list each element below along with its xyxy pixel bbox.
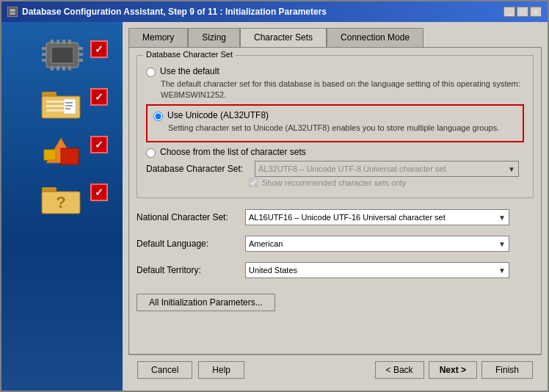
all-params-button[interactable]: All Initialization Parameters... <box>137 294 275 311</box>
shapes-icon <box>40 132 84 169</box>
svg-rect-6 <box>62 40 65 44</box>
use-default-radio[interactable] <box>146 68 156 77</box>
db-char-set-arrow: ▼ <box>508 165 515 173</box>
svg-rect-4 <box>51 40 54 44</box>
sidebar-item-1: ✓ <box>9 37 115 73</box>
svg-rect-25 <box>65 102 73 104</box>
svg-rect-3 <box>51 47 73 63</box>
svg-rect-27 <box>65 108 70 109</box>
default-language-select[interactable]: American ▼ <box>245 236 509 252</box>
use-unicode-label[interactable]: Use Unicode (AL32UTF8) <box>167 110 269 120</box>
use-default-label[interactable]: Use the default <box>160 66 219 76</box>
use-unicode-row: Use Unicode (AL32UTF8) <box>153 110 517 121</box>
svg-rect-12 <box>42 47 46 50</box>
bottom-left-buttons: Cancel Help <box>137 361 244 379</box>
tab-character-sets[interactable]: Character Sets <box>240 28 327 47</box>
question-folder-icon: ? <box>40 180 84 217</box>
svg-rect-7 <box>68 40 71 44</box>
content-box: Database Character Set Use the default T… <box>128 47 542 355</box>
unicode-description: Setting character set to Unicode (AL32UT… <box>168 123 517 134</box>
all-params-container: All Initialization Parameters... <box>137 291 534 311</box>
default-territory-select[interactable]: United States ▼ <box>245 262 509 278</box>
use-unicode-box: Use Unicode (AL32UTF8) Setting character… <box>146 104 524 142</box>
db-char-set-field-label: Database Character Set: <box>146 164 249 174</box>
cancel-button[interactable]: Cancel <box>137 361 192 379</box>
tab-connection-mode[interactable]: Connection Mode <box>327 28 423 47</box>
check-badge-3: ✓ <box>90 136 108 153</box>
svg-rect-14 <box>42 59 46 62</box>
national-char-set-arrow: ▼ <box>498 214 506 222</box>
svg-rect-0 <box>10 9 15 12</box>
db-icon <box>9 8 16 15</box>
national-char-set-label: National Character Set: <box>137 212 239 222</box>
sidebar-item-4: ? ✓ <box>9 180 115 217</box>
chip-icon <box>40 37 84 73</box>
svg-rect-17 <box>79 59 83 62</box>
choose-from-list-label[interactable]: Choose from the list of character sets <box>160 147 306 157</box>
svg-text:?: ? <box>56 193 65 211</box>
tab-bar: Memory Sizing Character Sets Connection … <box>128 28 542 47</box>
db-char-set-select[interactable]: AL32UTF8 – Unicode UTF-8 Universal chara… <box>255 161 519 177</box>
db-char-set-section: Database Character Set Use the default T… <box>137 55 534 198</box>
use-default-row: Use the default <box>146 66 524 77</box>
bottom-bar: Cancel Help < Back Next > Finish <box>128 355 542 385</box>
show-recommended-label: Show recommended character sets only <box>262 178 406 187</box>
choose-from-list-row: Choose from the list of character sets <box>146 147 524 158</box>
default-territory-row: Default Territory: United States ▼ <box>137 262 534 278</box>
tab-sizing[interactable]: Sizing <box>188 28 240 47</box>
check-badge-1: ✓ <box>90 40 108 58</box>
svg-rect-13 <box>42 53 46 56</box>
svg-rect-9 <box>57 66 59 70</box>
maximize-button[interactable]: □ <box>517 7 528 17</box>
default-language-arrow: ▼ <box>498 240 506 248</box>
default-territory-label: Default Territory: <box>137 265 239 275</box>
close-button[interactable]: × <box>530 7 542 17</box>
window-title: Database Configuration Assistant, Step 9… <box>22 7 327 17</box>
help-button[interactable]: Help <box>198 361 244 379</box>
back-button[interactable]: < Back <box>375 361 424 379</box>
default-language-row: Default Language: American ▼ <box>137 236 534 252</box>
svg-rect-1 <box>10 12 15 15</box>
app-icon <box>7 7 18 17</box>
svg-rect-30 <box>44 150 56 160</box>
db-char-set-row: Database Character Set: AL32UTF8 – Unico… <box>146 161 524 177</box>
check-badge-2: ✓ <box>90 88 108 106</box>
tab-memory[interactable]: Memory <box>128 28 188 47</box>
bottom-right-buttons: < Back Next > Finish <box>375 361 533 379</box>
show-recommended-row: Show recommended character sets only <box>249 178 524 187</box>
next-button[interactable]: Next > <box>429 361 477 379</box>
title-controls: _ □ × <box>503 7 542 17</box>
main-window: Database Configuration Assistant, Step 9… <box>0 0 549 392</box>
content-area: ✓ ✓ <box>1 22 548 391</box>
choose-from-list-radio[interactable] <box>146 148 156 158</box>
svg-rect-5 <box>57 40 59 44</box>
finish-button[interactable]: Finish <box>481 361 533 379</box>
default-language-label: Default Language: <box>137 239 239 249</box>
sidebar-item-2: ✓ <box>9 84 115 121</box>
sidebar: ✓ ✓ <box>1 22 123 391</box>
default-description: The default character set for this datab… <box>161 79 524 101</box>
svg-rect-10 <box>62 66 65 70</box>
national-char-set-row: National Character Set: AL16UTF16 – Unic… <box>137 209 534 225</box>
title-bar: Database Configuration Assistant, Step 9… <box>1 1 548 22</box>
section-title: Database Character Set <box>143 50 236 59</box>
minimize-button[interactable]: _ <box>503 7 515 17</box>
svg-rect-8 <box>51 66 54 70</box>
svg-rect-15 <box>79 47 83 50</box>
folder-icon-1 <box>40 84 84 121</box>
show-recommended-checkbox[interactable] <box>249 178 258 187</box>
svg-rect-11 <box>68 66 71 70</box>
svg-rect-29 <box>61 148 79 164</box>
check-badge-4: ✓ <box>90 184 108 201</box>
svg-rect-16 <box>79 53 83 56</box>
use-unicode-radio[interactable] <box>153 112 163 121</box>
default-territory-arrow: ▼ <box>498 266 506 275</box>
national-char-set-select[interactable]: AL16UTF16 – Unicode UTF-16 Universal cha… <box>245 209 509 225</box>
svg-rect-26 <box>65 105 73 106</box>
main-panel: Memory Sizing Character Sets Connection … <box>123 22 548 391</box>
sidebar-item-3: ✓ <box>9 132 115 169</box>
title-bar-left: Database Configuration Assistant, Step 9… <box>7 7 327 17</box>
